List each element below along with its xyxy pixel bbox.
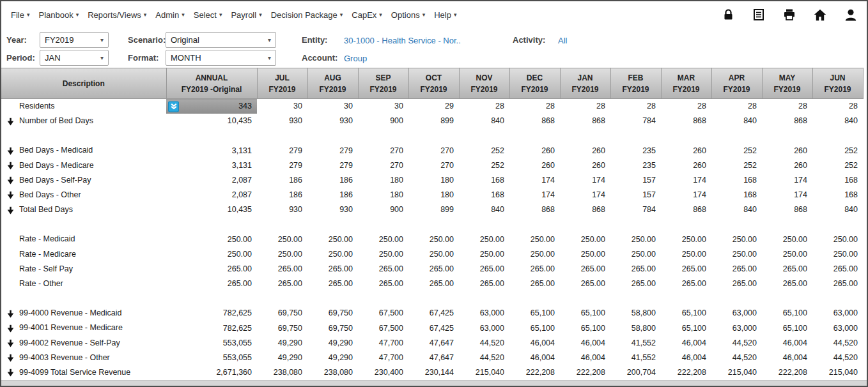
month-value-cell[interactable]: 250.00: [812, 232, 863, 247]
month-value-cell[interactable]: 250.00: [661, 247, 711, 262]
month-value-cell[interactable]: 265.00: [509, 262, 560, 277]
column-header-nov[interactable]: NOVFY2019: [459, 68, 509, 99]
month-value-cell[interactable]: 180: [358, 188, 408, 202]
month-value-cell[interactable]: 49,290: [307, 336, 358, 351]
row-description[interactable]: Rate - Other: [1, 277, 166, 291]
month-value-cell[interactable]: 168: [812, 188, 863, 202]
month-value-cell[interactable]: 28: [661, 99, 711, 114]
column-header-feb[interactable]: FEBFY2019: [610, 68, 661, 99]
month-value-cell[interactable]: 29: [408, 99, 459, 114]
month-value-cell[interactable]: 868: [661, 202, 711, 217]
user-icon[interactable]: [844, 8, 858, 22]
column-header-oct[interactable]: OCTFY2019: [408, 68, 459, 99]
column-header-jan[interactable]: JANFY2019: [560, 68, 610, 99]
month-value-cell[interactable]: 47,700: [358, 336, 408, 351]
month-value-cell[interactable]: 250.00: [560, 247, 610, 262]
month-value-cell[interactable]: 270: [358, 143, 408, 158]
month-value-cell[interactable]: 58,800: [610, 306, 661, 321]
month-value-cell[interactable]: 230,400: [358, 365, 408, 380]
month-value-cell[interactable]: 186: [307, 173, 358, 188]
drilldown-arrow-icon[interactable]: [1, 321, 19, 336]
month-value-cell[interactable]: 65,100: [560, 306, 610, 321]
month-value-cell[interactable]: 252: [812, 158, 863, 173]
format-select[interactable]: MONTH ▾: [166, 50, 276, 66]
menu-item-payroll[interactable]: Payroll▾: [226, 6, 266, 24]
month-value-cell[interactable]: 252: [812, 143, 863, 158]
month-value-cell[interactable]: 250.00: [408, 247, 459, 262]
month-value-cell[interactable]: 65,100: [509, 306, 560, 321]
annual-value-cell[interactable]: 782,625: [166, 321, 257, 335]
annual-value-cell[interactable]: 250.00: [166, 232, 257, 247]
row-description[interactable]: Bed Days - Medicare: [1, 158, 166, 173]
month-value-cell[interactable]: 260: [560, 158, 610, 173]
month-value-cell[interactable]: 168: [711, 173, 762, 188]
month-value-cell[interactable]: 69,750: [307, 306, 358, 321]
month-value-cell[interactable]: 260: [509, 143, 560, 158]
annual-value-cell[interactable]: 2,671,360: [166, 365, 257, 380]
month-value-cell[interactable]: 65,100: [762, 306, 812, 321]
month-value-cell[interactable]: 67,425: [408, 306, 459, 321]
month-value-cell[interactable]: 180: [358, 173, 408, 188]
month-value-cell[interactable]: 28: [812, 99, 863, 114]
month-value-cell[interactable]: 900: [358, 202, 408, 217]
month-value-cell[interactable]: 215,040: [711, 365, 762, 380]
month-value-cell[interactable]: 250.00: [358, 247, 408, 262]
month-value-cell[interactable]: 47,647: [408, 336, 459, 351]
month-value-cell[interactable]: 899: [408, 114, 459, 128]
row-description[interactable]: 99-4003 Revenue - Other: [1, 351, 166, 365]
month-value-cell[interactable]: 250.00: [762, 247, 812, 262]
drilldown-arrow-icon[interactable]: [1, 351, 19, 365]
month-value-cell[interactable]: 265.00: [257, 277, 307, 291]
month-value-cell[interactable]: 67,500: [358, 321, 408, 335]
column-header-jun[interactable]: JUNFY2019: [812, 68, 863, 99]
month-value-cell[interactable]: 157: [610, 188, 661, 202]
month-value-cell[interactable]: 44,520: [711, 336, 762, 351]
lock-icon[interactable]: [721, 8, 735, 22]
month-value-cell[interactable]: 252: [711, 158, 762, 173]
month-value-cell[interactable]: 868: [509, 114, 560, 128]
month-value-cell[interactable]: 265.00: [711, 277, 762, 291]
row-description[interactable]: Bed Days - Medicaid: [1, 143, 166, 158]
scenario-select[interactable]: Original ▾: [166, 32, 276, 48]
month-value-cell[interactable]: 265.00: [560, 277, 610, 291]
month-value-cell[interactable]: 65,100: [560, 321, 610, 335]
month-value-cell[interactable]: 250.00: [812, 247, 863, 262]
annual-value-cell[interactable]: 782,625: [166, 306, 257, 321]
month-value-cell[interactable]: 250.00: [762, 232, 812, 247]
month-value-cell[interactable]: 41,552: [610, 336, 661, 351]
month-value-cell[interactable]: 265.00: [257, 262, 307, 277]
month-value-cell[interactable]: 67,500: [358, 306, 408, 321]
month-value-cell[interactable]: 46,004: [762, 351, 812, 365]
month-value-cell[interactable]: 174: [661, 173, 711, 188]
menu-item-reports-views[interactable]: Reports/Views▾: [83, 6, 151, 24]
month-value-cell[interactable]: 168: [459, 173, 509, 188]
month-value-cell[interactable]: 784: [610, 114, 661, 128]
month-value-cell[interactable]: 279: [257, 158, 307, 173]
menu-item-capex[interactable]: CapEx▾: [347, 6, 387, 24]
month-value-cell[interactable]: 230,144: [408, 365, 459, 380]
menu-item-options[interactable]: Options▾: [387, 6, 430, 24]
column-header-dec[interactable]: DECFY2019: [509, 68, 560, 99]
drilldown-arrow-icon[interactable]: [1, 188, 19, 202]
month-value-cell[interactable]: 930: [257, 114, 307, 128]
month-value-cell[interactable]: 46,004: [560, 336, 610, 351]
month-value-cell[interactable]: 265.00: [661, 262, 711, 277]
year-select[interactable]: FY2019 ▾: [40, 32, 109, 48]
month-value-cell[interactable]: 265.00: [358, 277, 408, 291]
month-value-cell[interactable]: 168: [711, 188, 762, 202]
month-value-cell[interactable]: 840: [812, 114, 863, 128]
month-value-cell[interactable]: 265.00: [762, 262, 812, 277]
month-value-cell[interactable]: 265.00: [358, 262, 408, 277]
account-link[interactable]: Group: [344, 54, 367, 63]
annual-value-cell[interactable]: 553,055: [166, 336, 257, 351]
row-description[interactable]: Number of Bed Days: [1, 114, 166, 128]
month-value-cell[interactable]: 840: [711, 114, 762, 128]
drilldown-arrow-icon[interactable]: [1, 173, 19, 188]
month-value-cell[interactable]: 279: [307, 158, 358, 173]
month-value-cell[interactable]: 900: [358, 114, 408, 128]
entity-link[interactable]: 30-1000 - Health Service - Nor..: [344, 36, 461, 45]
month-value-cell[interactable]: 265.00: [812, 277, 863, 291]
month-value-cell[interactable]: 69,750: [257, 321, 307, 335]
month-value-cell[interactable]: 265.00: [762, 277, 812, 291]
month-value-cell[interactable]: 840: [459, 114, 509, 128]
